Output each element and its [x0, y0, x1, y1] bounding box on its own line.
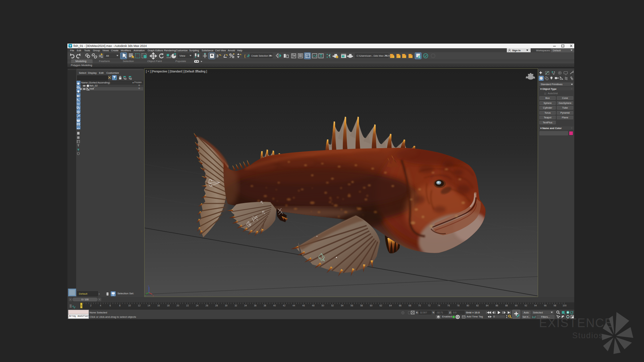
svg-text:C:\Users\carr...\3ds Max 2024: C:\Users\carr...\3ds Max 2024 [357, 54, 390, 57]
svg-text:Studios: Studios [572, 331, 603, 340]
svg-text:Create Selection Set: Create Selection Set [251, 55, 272, 57]
svg-text:x: x [153, 295, 154, 297]
svg-text:3: 3 [69, 44, 71, 47]
svg-text:3: 3 [216, 54, 218, 58]
svg-text:{: { [244, 54, 246, 58]
svg-text:y: y [145, 294, 146, 296]
svg-text:z: z [148, 285, 149, 287]
svg-text:View: View [179, 54, 185, 57]
svg-text:All: All [106, 54, 109, 57]
